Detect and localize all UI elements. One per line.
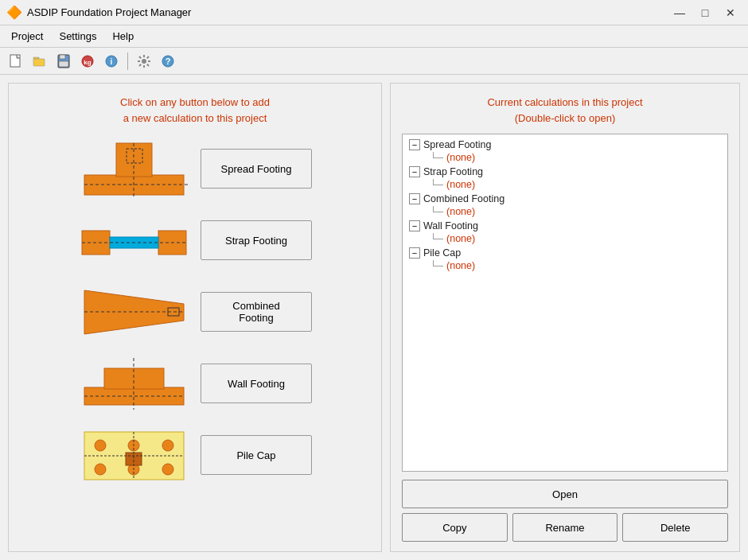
pile-cap-icon [78,423,189,487]
tree-label-combined: Combined Footing [423,193,505,204]
tree-node-spread: − Spread Footing └─ (none) [409,139,721,163]
left-panel: Click on any button below to adda new ca… [8,83,382,552]
svg-rect-4 [60,55,65,59]
title-bar-controls: — □ ✕ [668,4,742,21]
tree-parent-combined[interactable]: − Combined Footing [409,193,721,204]
spread-footing-button[interactable]: Spread Footing [201,149,312,189]
tree-none-strap: (none) [446,179,475,190]
tree-none-pile: (none) [446,260,475,271]
tree-node-combined: − Combined Footing └─ (none) [409,193,721,217]
tree-parent-pile[interactable]: − Pile Cap [409,247,721,259]
wall-footing-button[interactable]: Wall Footing [201,364,312,403]
svg-point-38 [95,440,106,451]
tree-node-pile: − Pile Cap └─ (none) [409,247,721,271]
bottom-buttons: Open Copy Rename Delete [402,480,728,542]
svg-rect-44 [126,453,142,465]
title-bar-left: 🔶 ASDIP Foundation Project Manager [6,5,191,20]
strap-footing-row: Strap Footing [17,208,373,272]
copy-button[interactable]: Copy [402,513,508,542]
svg-line-16 [147,64,149,65]
combined-footing-button[interactable]: CombinedFooting [201,292,312,332]
maximize-button[interactable]: □ [694,4,716,21]
menu-bar: Project Settings Help [0,25,748,48]
title-bar: 🔶 ASDIP Foundation Project Manager — □ ✕ [0,0,748,25]
rename-button[interactable]: Rename [512,513,618,542]
tree-toggle-combined[interactable]: − [409,193,420,204]
spread-footing-icon [78,137,189,200]
tree-none-spread: (none) [446,152,475,163]
wall-footing-row: Wall Footing [17,352,373,415]
tree-parent-strap[interactable]: − Strap Footing [409,166,721,177]
combined-footing-row: CombinedFooting [17,280,373,344]
info-button[interactable]: i [100,51,123,72]
open-calculation-button[interactable]: Open [402,480,728,508]
save-button[interactable] [53,51,75,72]
units-button[interactable]: kg [76,51,99,72]
combined-footing-icon [78,280,189,344]
svg-rect-5 [59,61,68,67]
tree-label-spread: Spread Footing [423,139,491,150]
spread-footing-row: Spread Footing [17,137,373,200]
tree-label-pile: Pile Cap [423,247,461,259]
tree-toggle-strap[interactable]: − [409,166,420,177]
minimize-button[interactable]: — [668,4,691,21]
tree-label-wall: Wall Footing [423,220,478,231]
tree-toggle-wall[interactable]: − [409,220,420,231]
menu-settings[interactable]: Settings [51,28,104,45]
pile-cap-button[interactable]: Pile Cap [201,435,312,475]
close-button[interactable]: ✕ [719,4,742,21]
tree-label-strap: Strap Footing [423,166,483,177]
tree-toggle-pile[interactable]: − [409,247,420,259]
open-button[interactable] [29,51,51,72]
tree-node-strap: − Strap Footing └─ (none) [409,166,721,190]
toolbar: kg i ? [0,48,748,75]
delete-button[interactable]: Delete [622,513,728,542]
menu-help[interactable]: Help [104,28,142,45]
tree-none-combined: (none) [446,206,475,217]
svg-line-17 [147,56,149,58]
right-panel-header: Current calculations in this project(Dou… [402,95,728,126]
strap-footing-button[interactable]: Strap Footing [201,220,312,260]
tree-child-spread: └─ (none) [409,152,721,163]
svg-line-15 [139,56,141,58]
help-button[interactable]: ? [157,51,179,72]
left-panel-header: Click on any button below to adda new ca… [120,95,270,126]
bottom-btn-row: Copy Rename Delete [402,513,728,542]
toolbar-separator [127,52,128,70]
tree-parent-spread[interactable]: − Spread Footing [409,139,721,150]
svg-rect-2 [33,59,45,66]
main-content: Click on any button below to adda new ca… [0,75,748,560]
svg-text:kg: kg [84,59,91,66]
right-panel: Current calculations in this project(Dou… [390,83,740,552]
right-panel-header-text: Current calculations in this project(Dou… [487,96,642,124]
tree-toggle-spread[interactable]: − [409,139,420,150]
app-icon: 🔶 [6,5,22,20]
svg-text:?: ? [166,56,171,66]
svg-point-43 [162,464,173,475]
tree-none-wall: (none) [446,233,475,244]
svg-point-10 [142,59,146,64]
left-panel-header-text: Click on any button below to adda new ca… [120,96,270,124]
strap-footing-icon [78,208,189,272]
tree-child-wall: └─ (none) [409,233,721,244]
tree-child-strap: └─ (none) [409,179,721,190]
new-button[interactable] [5,51,27,72]
svg-text:i: i [111,57,113,66]
settings-button[interactable] [133,51,155,72]
svg-rect-1 [33,57,39,59]
tree-node-wall: − Wall Footing └─ (none) [409,220,721,244]
menu-project[interactable]: Project [3,28,51,45]
tree-parent-wall[interactable]: − Wall Footing [409,220,721,231]
wall-footing-icon [78,352,189,415]
svg-point-40 [162,440,173,451]
tree-child-pile: └─ (none) [409,260,721,271]
svg-point-41 [95,464,106,475]
pile-cap-row: Pile Cap [17,423,373,487]
tree-view[interactable]: − Spread Footing └─ (none) − Strap Footi… [402,134,728,472]
svg-line-18 [139,64,141,65]
window-title: ASDIP Foundation Project Manager [27,6,191,18]
tree-child-combined: └─ (none) [409,206,721,217]
